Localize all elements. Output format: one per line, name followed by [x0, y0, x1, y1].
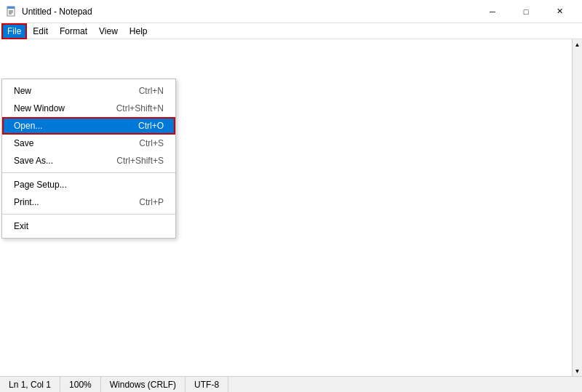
menu-item-new-label: New [14, 86, 31, 96]
menu-item-new-window-label: New Window [14, 103, 65, 113]
close-button[interactable]: ✕ [543, 0, 576, 23]
status-bar: Ln 1, Col 1 100% Windows (CRLF) UTF-8 [0, 376, 582, 392]
menu-help[interactable]: Help [124, 23, 154, 39]
menu-item-save-label: Save [14, 138, 33, 148]
menu-item-print[interactable]: Print... Ctrl+P [2, 193, 175, 211]
menu-item-open-label: Open... [14, 121, 42, 131]
scroll-down-arrow[interactable]: ▼ [573, 366, 583, 376]
menu-item-save-shortcut: Ctrl+S [139, 138, 164, 148]
menu-item-save-as-label: Save As... [14, 156, 53, 166]
menu-format[interactable]: Format [54, 23, 93, 39]
menu-edit[interactable]: Edit [27, 23, 54, 39]
menu-item-save-as-shortcut: Ctrl+Shift+S [116, 156, 164, 166]
menu-item-page-setup[interactable]: Page Setup... [2, 176, 175, 193]
menu-item-print-shortcut: Ctrl+P [139, 197, 164, 207]
file-dropdown-menu: New Ctrl+N New Window Ctrl+Shift+N Open.… [1, 79, 176, 239]
menu-item-save[interactable]: Save Ctrl+S [2, 135, 175, 152]
menu-item-new[interactable]: New Ctrl+N [2, 82, 175, 100]
menu-item-exit-label: Exit [14, 221, 28, 231]
status-encoding: UTF-8 [186, 377, 228, 392]
app-icon [6, 6, 17, 17]
status-zoom: 100% [60, 377, 101, 392]
menu-view[interactable]: View [93, 23, 124, 39]
menu-bar: File Edit Format View Help [0, 23, 582, 39]
vertical-scrollbar[interactable]: ▲ ▼ [572, 39, 582, 376]
menu-item-new-window-shortcut: Ctrl+Shift+N [116, 103, 164, 113]
svg-rect-1 [7, 7, 15, 9]
menu-item-page-setup-label: Page Setup... [14, 180, 67, 190]
menu-file[interactable]: File [1, 23, 27, 39]
window-controls: ─ □ ✕ [476, 0, 576, 23]
title-bar: Untitled - Notepad ─ □ ✕ [0, 0, 582, 23]
menu-item-open-shortcut: Ctrl+O [138, 121, 164, 131]
menu-item-open[interactable]: Open... Ctrl+O [2, 117, 175, 135]
menu-item-new-shortcut: Ctrl+N [139, 86, 164, 96]
status-line-ending: Windows (CRLF) [101, 377, 186, 392]
status-position: Ln 1, Col 1 [0, 377, 60, 392]
separator-2 [2, 214, 175, 215]
separator-1 [2, 172, 175, 173]
menu-item-save-as[interactable]: Save As... Ctrl+Shift+S [2, 152, 175, 169]
menu-item-new-window[interactable]: New Window Ctrl+Shift+N [2, 100, 175, 117]
scroll-up-arrow[interactable]: ▲ [573, 39, 583, 49]
minimize-button[interactable]: ─ [476, 0, 509, 23]
maximize-button[interactable]: □ [509, 0, 543, 23]
menu-item-print-label: Print... [14, 197, 39, 207]
menu-item-exit[interactable]: Exit [2, 217, 175, 235]
main-area: ▲ ▼ New Ctrl+N New Window Ctrl+Shift+N O… [0, 39, 582, 376]
window-title: Untitled - Notepad [22, 7, 476, 17]
